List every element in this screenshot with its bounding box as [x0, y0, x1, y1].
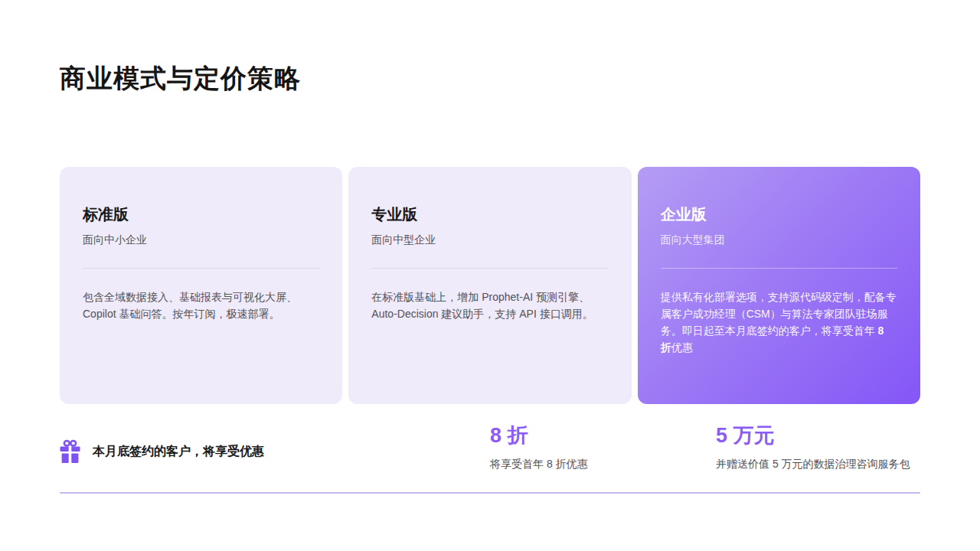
- plan-card-standard: 标准版 面向中小企业 包含全域数据接入、基础报表与可视化大屏、Copilot 基…: [60, 167, 342, 404]
- plan-audience: 面向中小企业: [83, 231, 319, 248]
- plan-description-text: 提供私有化部署选项，支持源代码级定制，配备专属客户成功经理（CSM）与算法专家团…: [661, 291, 897, 337]
- stat-caption: 将享受首年 8 折优惠: [490, 456, 588, 471]
- card-divider: [83, 268, 319, 269]
- bottom-divider: [60, 492, 920, 494]
- plan-description: 包含全域数据接入、基础报表与可视化大屏、Copilot 基础问答。按年订阅，极速…: [83, 289, 319, 322]
- plan-card-enterprise: 企业版 面向大型集团 提供私有化部署选项，支持源代码级定制，配备专属客户成功经理…: [638, 167, 920, 404]
- card-divider: [371, 268, 608, 269]
- pricing-slide: 商业模式与定价策略 标准版 面向中小企业 包含全域数据接入、基础报表与可视化大屏…: [0, 0, 980, 551]
- plan-audience: 面向中型企业: [371, 231, 608, 248]
- stat-value: 5 万元: [716, 422, 910, 448]
- plan-name: 专业版: [371, 204, 608, 225]
- stat-discount: 8 折 将享受首年 8 折优惠: [490, 422, 588, 471]
- stat-caption: 并赠送价值 5 万元的数据治理咨询服务包: [716, 456, 910, 471]
- plan-card-professional: 专业版 面向中型企业 在标准版基础上，增加 Prophet-AI 预测引擎、Au…: [348, 167, 631, 404]
- plan-name: 标准版: [83, 204, 319, 225]
- plan-audience: 面向大型集团: [661, 231, 897, 248]
- promo-banner: 本月底签约的客户，将享受优惠: [60, 439, 264, 464]
- stat-gift-value: 5 万元 并赠送价值 5 万元的数据治理咨询服务包: [716, 422, 910, 471]
- promo-text: 本月底签约的客户，将享受优惠: [93, 444, 264, 460]
- plan-description-text: 优惠: [671, 341, 693, 354]
- pricing-cards: 标准版 面向中小企业 包含全域数据接入、基础报表与可视化大屏、Copilot 基…: [60, 167, 920, 404]
- gift-icon: [60, 439, 80, 464]
- plan-description: 在标准版基础上，增加 Prophet-AI 预测引擎、Auto-Decision…: [371, 289, 608, 322]
- plan-name: 企业版: [661, 204, 897, 225]
- page-title: 商业模式与定价策略: [60, 61, 301, 96]
- plan-description: 提供私有化部署选项，支持源代码级定制，配备专属客户成功经理（CSM）与算法专家团…: [661, 289, 897, 356]
- card-divider: [661, 268, 897, 269]
- stat-value: 8 折: [490, 422, 588, 448]
